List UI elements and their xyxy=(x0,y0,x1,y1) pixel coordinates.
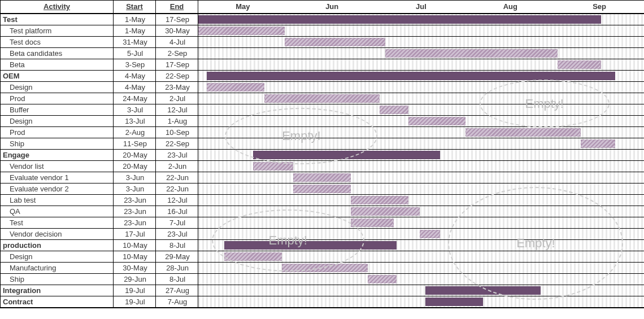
start-date: 10-May xyxy=(114,240,156,251)
end-date: 8-Jul xyxy=(156,274,198,285)
timeline-row xyxy=(198,104,644,116)
activity-label: production xyxy=(1,240,114,251)
activity-label: Test xyxy=(1,217,114,229)
task-bar xyxy=(224,252,282,261)
task-bar xyxy=(207,83,264,91)
activity-label: OEM xyxy=(1,71,114,82)
activity-label: Test platform xyxy=(1,25,114,37)
task-bar xyxy=(420,230,440,238)
task-bar xyxy=(385,49,558,58)
activity-label: Design xyxy=(1,116,114,127)
timeline-row xyxy=(198,14,644,25)
start-date: 10-May xyxy=(114,251,156,263)
start-date: 31-May xyxy=(114,37,156,48)
start-date: 3-Jun xyxy=(114,183,156,195)
end-date: 16-Jul xyxy=(156,206,198,217)
activity-label: Beta candidates xyxy=(1,48,114,59)
end-date: 12-Jul xyxy=(156,195,198,206)
end-date: 1-Aug xyxy=(156,116,198,127)
task-bar xyxy=(264,94,380,103)
end-date: 22-Sep xyxy=(156,138,198,150)
start-date: 4-May xyxy=(114,71,156,82)
activity-label: Vendor list xyxy=(1,161,114,172)
summary-bar xyxy=(198,15,601,24)
end-date: 17-Sep xyxy=(156,14,198,25)
activity-label: Beta xyxy=(1,59,114,71)
end-date: 2-Sep xyxy=(156,48,198,59)
end-date: 17-Sep xyxy=(156,59,198,71)
timeline-row xyxy=(198,127,644,138)
month-label: Aug xyxy=(465,1,555,13)
month-label: May xyxy=(198,1,288,13)
end-date: 12-Jul xyxy=(156,104,198,116)
start-date: 29-Jun xyxy=(114,274,156,285)
start-date: 17-Jul xyxy=(114,229,156,240)
activity-label: Buffer xyxy=(1,104,114,116)
end-date: 2-Jul xyxy=(156,93,198,104)
timeline-row xyxy=(198,71,644,82)
activity-label: Vendor decision xyxy=(1,229,114,240)
activity-label: QA xyxy=(1,206,114,217)
start-date: 23-Jun xyxy=(114,217,156,229)
timeline-row xyxy=(198,25,644,37)
activity-label: Ship xyxy=(1,138,114,150)
end-date: 23-Jul xyxy=(156,150,198,161)
task-bar xyxy=(465,128,581,137)
task-bar xyxy=(282,264,368,272)
task-bar xyxy=(581,139,615,148)
activity-label: Evaluate vendor 1 xyxy=(1,172,114,183)
summary-bar xyxy=(425,286,541,295)
timeline-row xyxy=(198,172,644,183)
end-date: 23-May xyxy=(156,82,198,93)
header-timeline: MayJunJulAugSep xyxy=(198,1,644,14)
end-date: 8-Jul xyxy=(156,240,198,251)
header-start: Start xyxy=(114,1,156,14)
timeline-row xyxy=(198,48,644,59)
end-date: 22-Jun xyxy=(156,183,198,195)
header-end: End xyxy=(156,1,198,14)
start-date: 11-Sep xyxy=(114,138,156,150)
timeline-row xyxy=(198,285,644,296)
end-date: 29-May xyxy=(156,251,198,263)
start-date: 4-May xyxy=(114,82,156,93)
task-bar xyxy=(408,117,466,125)
task-bar xyxy=(380,106,408,114)
activity-label: Evaluate vendor 2 xyxy=(1,183,114,195)
activity-label: Prod xyxy=(1,93,114,104)
timeline-row xyxy=(198,183,644,195)
task-bar xyxy=(198,27,285,35)
task-bar xyxy=(351,219,394,227)
timeline-row xyxy=(198,59,644,71)
timeline-row xyxy=(198,116,644,127)
activity-label: Engage xyxy=(1,150,114,161)
activity-label: Ship xyxy=(1,274,114,285)
start-date: 3-Sep xyxy=(114,59,156,71)
activity-label: Lab test xyxy=(1,195,114,206)
start-date: 1-May xyxy=(114,14,156,25)
start-date: 19-Jul xyxy=(114,296,156,308)
end-date: 22-Sep xyxy=(156,71,198,82)
timeline-row xyxy=(198,240,644,251)
start-date: 3-Jul xyxy=(114,104,156,116)
start-date: 23-Jun xyxy=(114,206,156,217)
month-label: Jun xyxy=(288,1,377,13)
timeline-row xyxy=(198,138,644,150)
month-label: Sep xyxy=(555,1,644,13)
end-date: 23-Jul xyxy=(156,229,198,240)
end-date: 2-Jun xyxy=(156,161,198,172)
activity-label: Test docs xyxy=(1,37,114,48)
task-bar xyxy=(558,60,601,69)
timeline-row xyxy=(198,150,644,161)
gantt-chart: Activity Start End MayJunJulAugSep Test1… xyxy=(0,0,644,308)
end-date: 30-May xyxy=(156,25,198,37)
timeline-row xyxy=(198,206,644,217)
timeline-row xyxy=(198,217,644,229)
task-bar xyxy=(368,275,397,283)
start-date: 3-Jun xyxy=(114,172,156,183)
start-date: 1-May xyxy=(114,25,156,37)
summary-bar xyxy=(425,298,483,306)
summary-bar xyxy=(224,241,397,250)
start-date: 20-May xyxy=(114,150,156,161)
start-date: 5-Jul xyxy=(114,48,156,59)
end-date: 22-Jun xyxy=(156,172,198,183)
